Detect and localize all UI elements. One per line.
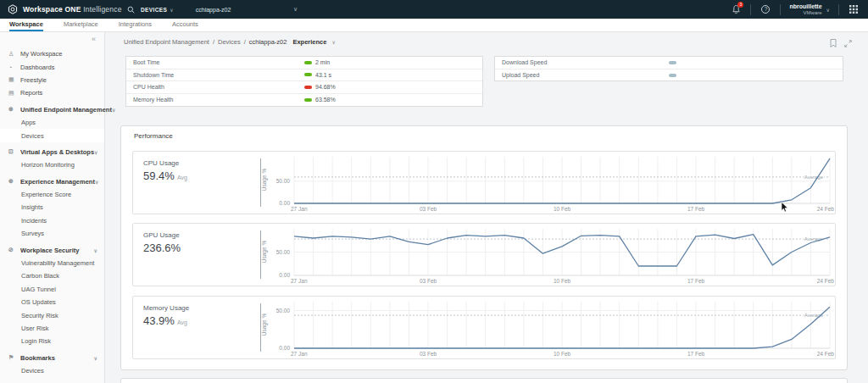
tab-integrations[interactable]: Integrations [119, 19, 152, 31]
sidebar-group-workplace-security[interactable]: ⊘Workplace Security∨ [0, 243, 104, 256]
user-menu-chevron-icon: ∨ [826, 7, 830, 13]
svg-text:Usage %: Usage % [261, 169, 268, 192]
status-pill [304, 61, 312, 64]
sidebar-item-vulnerability-management[interactable]: Vulnerability Management [0, 257, 104, 269]
bookmark-page-icon[interactable] [830, 39, 837, 47]
chart-value: 236.6% [143, 241, 183, 254]
svg-text:0.00: 0.00 [279, 272, 290, 278]
sidebar-group-unified-endpoint-management[interactable]: ⊛Unified Endpoint Management∨ [0, 103, 104, 116]
sidebar-item-dashboards[interactable]: ◔Dashboards [0, 60, 104, 73]
chevron-down-icon: ∨ [94, 355, 97, 361]
user-menu[interactable]: nbrouillette VMware ∨ [781, 3, 838, 16]
status-pill [669, 74, 676, 77]
svg-text:27 Jan: 27 Jan [291, 278, 308, 284]
grid-icon [849, 5, 858, 14]
sidebar-group-bookmarks[interactable]: ⚑Bookmarks∨ [0, 352, 104, 364]
sidebar-collapse-icon[interactable]: « [0, 32, 104, 47]
sidebar-item-horizon-monitoring[interactable]: Horizon Monitoring [0, 158, 104, 171]
sidebar-item-experience-score[interactable]: Experience Score [0, 188, 104, 201]
chart-title: CPU Usage [143, 159, 187, 167]
sidebar-item-os-updates[interactable]: OS Updates [0, 296, 104, 308]
status-pill [304, 73, 312, 76]
gpu-usage-chart-card: GPU Usage 236.6% 50.000.0027 Jan03 Feb10… [132, 223, 836, 286]
user-name: nbrouillette [789, 3, 821, 10]
sidebar-item-login-risk[interactable]: Login Risk [0, 335, 104, 347]
svg-text:10 Feb: 10 Feb [554, 206, 571, 212]
search-dropdown-chevron-icon[interactable]: ∨ [293, 0, 298, 19]
notification-badge: 3 [737, 2, 743, 8]
svg-text:Average: Average [804, 236, 824, 241]
tab-marketplace[interactable]: Marketplace [64, 19, 98, 31]
breadcrumb-uem-link[interactable]: Unified Endpoint Management [124, 38, 209, 46]
page-actions [830, 39, 852, 47]
sidebar-item-security-risk[interactable]: Security Risk [0, 308, 104, 321]
svg-text:03 Feb: 03 Feb [420, 278, 437, 284]
sidebar-item-bookmarks-devices[interactable]: Devices [0, 364, 104, 377]
svg-text:24 Feb: 24 Feb [817, 206, 835, 212]
uem-icon: ⊛ [8, 106, 16, 113]
chart-title: Memory Usage [143, 304, 189, 312]
tab-workspace[interactable]: Workspace [9, 19, 43, 31]
sidebar-item-devices[interactable]: Devices [0, 129, 104, 142]
breadcrumb-devices-link[interactable]: Devices [218, 38, 241, 46]
cpu-usage-line-chart: 50.000.0027 Jan03 Feb10 Feb17 Feb24 FebA… [260, 153, 835, 213]
sidebar-item-uag-tunnel[interactable]: UAG Tunnel [0, 283, 104, 296]
global-search[interactable]: DEVICES ∨ cchiappa-z02 [127, 0, 231, 19]
sidebar-item-reports[interactable]: ▤Reports [0, 86, 104, 99]
brand-title: Workspace ONE Intelligence [23, 5, 122, 14]
svg-text:50.00: 50.00 [276, 178, 291, 184]
table-row: Boot Time2 min [126, 57, 482, 69]
gpu-usage-line-chart: 50.000.0027 Jan03 Feb10 Feb17 Feb24 FebA… [260, 225, 835, 285]
svg-text:0.00: 0.00 [279, 345, 290, 351]
status-pill [304, 86, 312, 89]
sidebar-item-user-risk[interactable]: User Risk [0, 322, 104, 335]
tab-accounts[interactable]: Accounts [172, 19, 198, 31]
notifications-button[interactable]: 3 [721, 0, 750, 19]
sidebar-group-experience-management[interactable]: ⊕Experience Management∨ [0, 175, 104, 188]
experience-icon: ⊕ [8, 178, 16, 185]
sidebar-group-virtual-apps-desktops[interactable]: ⊡Virtual Apps & Desktops∨ [0, 146, 104, 158]
device-health-table: Boot Time2 min Shutdown Time43.1 s CPU H… [125, 56, 483, 107]
chart-title: GPU Usage [143, 231, 183, 239]
expand-icon[interactable] [844, 40, 852, 47]
svg-text:03 Feb: 03 Feb [420, 351, 437, 357]
sidebar-item-my-workspace[interactable]: ♙My Workspace [0, 47, 104, 60]
sidebar-item-surveys[interactable]: Surveys [0, 227, 104, 240]
view-selector[interactable]: Experience [292, 38, 326, 46]
cpu-usage-chart-card: CPU Usage 59.4%Avg 50.000.0027 Jan03 Feb… [132, 151, 836, 214]
scope-chevron-icon: ∨ [170, 7, 173, 13]
report-icon: ▤ [8, 90, 16, 97]
app-switcher-button[interactable] [839, 0, 868, 19]
workspace-one-intelligence-app: Workspace ONE Intelligence DEVICES ∨ cch… [0, 0, 868, 383]
svg-text:0.00: 0.00 [279, 200, 290, 206]
svg-text:10 Feb: 10 Feb [554, 278, 571, 284]
breadcrumb: Unified Endpoint Management / Devices / … [124, 38, 336, 46]
topbar-actions: 3 ? nbrouillette VMware ∨ [721, 0, 868, 19]
sidebar-item-apps[interactable]: Apps [0, 116, 104, 129]
chart-value: 59.4%Avg [143, 169, 187, 182]
chevron-down-icon: ∨ [94, 247, 97, 253]
svg-text:Average: Average [804, 175, 824, 180]
sidebar-item-carbon-black[interactable]: Carbon Black [0, 269, 104, 282]
vad-icon: ⊡ [8, 148, 16, 155]
sidebar-navigation: « ♙My Workspace ◔Dashboards ▦Freestyle ▤… [0, 32, 105, 383]
svg-text:10 Feb: 10 Feb [554, 351, 571, 357]
chevron-down-icon: ∨ [112, 107, 115, 113]
svg-text:17 Feb: 17 Feb [687, 206, 705, 212]
table-row: CPU Health94.68% [126, 81, 482, 94]
svg-text:50.00: 50.00 [276, 308, 291, 314]
sidebar-item-incidents[interactable]: Incidents [0, 214, 104, 227]
help-button[interactable]: ? [751, 0, 780, 19]
svg-text:27 Jan: 27 Jan [291, 206, 308, 212]
sidebar-item-insights[interactable]: Insights [0, 201, 104, 214]
svg-text:17 Feb: 17 Feb [687, 351, 705, 357]
search-scope-selector[interactable]: DEVICES [141, 7, 167, 13]
view-selector-chevron-icon: ∨ [331, 39, 335, 45]
memory-usage-line-chart: 50.000.0027 Jan03 Feb10 Feb17 Feb24 FebA… [260, 298, 835, 358]
help-icon: ? [761, 5, 770, 14]
svg-text:Usage %: Usage % [261, 314, 268, 336]
sidebar-item-freestyle[interactable]: ▦Freestyle [0, 74, 104, 86]
svg-text:17 Feb: 17 Feb [687, 278, 705, 284]
chart-value: 43.9%Avg [143, 314, 189, 327]
search-input[interactable]: cchiappa-z02 [196, 7, 231, 13]
